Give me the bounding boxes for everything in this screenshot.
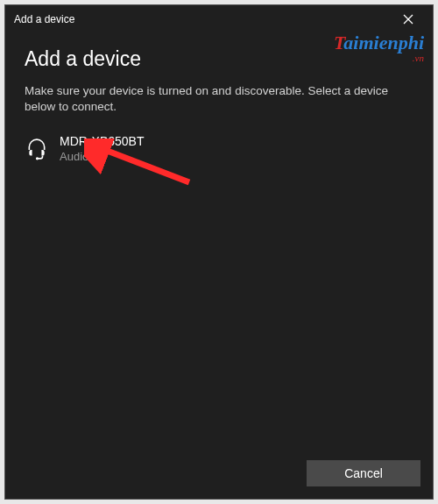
dialog-footer: Cancel xyxy=(5,451,433,499)
device-type: Audio xyxy=(60,150,144,164)
svg-point-2 xyxy=(37,158,39,160)
titlebar-title: Add a device xyxy=(14,13,74,25)
device-name: MDR-XB650BT xyxy=(60,134,144,150)
close-icon xyxy=(403,14,413,25)
dialog-content: Add a device Make sure your device is tu… xyxy=(5,33,433,451)
titlebar: Add a device xyxy=(5,5,433,33)
add-device-dialog: Add a device Add a device Make sure your… xyxy=(4,4,434,500)
device-text: MDR-XB650BT Audio xyxy=(60,134,144,164)
cancel-button[interactable]: Cancel xyxy=(307,460,420,486)
instruction-text: Make sure your device is turned on and d… xyxy=(25,83,413,115)
close-button[interactable] xyxy=(391,7,426,32)
page-title: Add a device xyxy=(25,47,413,71)
device-list-item[interactable]: MDR-XB650BT Audio xyxy=(25,131,413,167)
headset-icon xyxy=(25,137,49,161)
